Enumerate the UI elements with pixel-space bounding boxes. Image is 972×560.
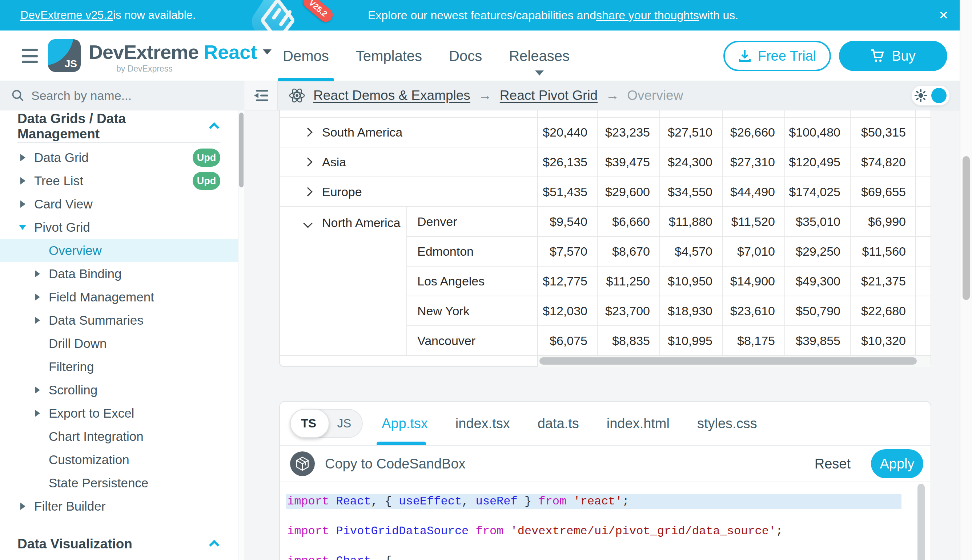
sidebar-item-customization[interactable]: Customization [0, 448, 238, 472]
code-token [329, 554, 336, 560]
codesandbox-icon[interactable] [290, 452, 315, 476]
main-content: South America$20,440$23,235$27,510$26,66… [245, 110, 960, 560]
sidebar-item-data-binding[interactable]: Data Binding [0, 262, 238, 285]
section-data-visualization[interactable]: Data Visualization [0, 528, 238, 560]
breadcrumb-demos-link[interactable]: React Demos & Examples [313, 88, 470, 103]
pivot-city-los-angeles: Los Angeles [407, 267, 537, 296]
nav-docs[interactable]: Docs [449, 30, 482, 82]
sidebar-item-pivot-grid[interactable]: Pivot Grid [0, 216, 238, 239]
code-scrollbar-thumb[interactable] [917, 484, 925, 560]
pivot-row-north-america[interactable]: North America [280, 207, 407, 356]
code-editor[interactable]: import React, { useEffect, useRef } from… [280, 482, 930, 560]
triangle-down-icon [19, 225, 26, 230]
toggle-ts[interactable]: TS [291, 410, 326, 437]
banner-version-link[interactable]: DevExtreme v25.2 [20, 9, 113, 22]
nav-templates[interactable]: Templates [356, 30, 422, 82]
sidebar-item-tree-list[interactable]: Tree ListUpd [0, 169, 238, 192]
nav-releases[interactable]: Releases [509, 30, 570, 82]
pivot-clipped-cell [850, 110, 915, 118]
buy-button[interactable]: Buy [839, 41, 947, 71]
copy-to-codesandbox-label[interactable]: Copy to CodeSandBox [325, 456, 466, 472]
sidebar-item-label: Filtering [49, 360, 94, 374]
chevron-down-icon[interactable] [303, 218, 312, 228]
tab-index-html[interactable]: index.html [607, 416, 669, 432]
pivot-value-cell: $11,560 [850, 237, 915, 267]
reset-button[interactable]: Reset [815, 456, 851, 472]
devextreme-js-logo[interactable]: JS [48, 39, 81, 72]
hamburger-menu-icon[interactable] [22, 49, 38, 63]
tab-data-ts[interactable]: data.ts [538, 416, 579, 432]
pivot-value-cell: $44,490 [722, 177, 785, 207]
tab-styles-css[interactable]: styles.css [697, 416, 757, 432]
pivot-value-cell: $29,600 [597, 177, 659, 207]
sidebar-item-filter-builder[interactable]: Filter Builder [0, 495, 238, 518]
sidebar-item-overview[interactable]: Overview [0, 239, 238, 262]
pivot-hscrollbar[interactable] [537, 356, 930, 367]
theme-toggle-knob[interactable] [931, 88, 947, 103]
nav-demos[interactable]: Demos [283, 30, 329, 82]
chevron-down-icon[interactable] [263, 49, 271, 55]
sidebar-item-chart-integration[interactable]: Chart Integration [0, 425, 238, 448]
pivot-value-cell: $6,660 [597, 207, 659, 237]
pivot-clipped-cell [722, 110, 785, 118]
section-data-grids[interactable]: Data Grids / Data Management [0, 110, 238, 142]
chevron-right-icon[interactable] [303, 127, 312, 137]
chevron-right-icon[interactable] [303, 157, 312, 166]
sun-icon [915, 89, 927, 102]
sidebar-item-scrolling[interactable]: Scrolling [0, 378, 238, 402]
pivot-row-asia[interactable]: Asia [280, 147, 537, 177]
logo-js-text: JS [65, 58, 77, 70]
code-token [468, 524, 475, 538]
pivot-value-cell: $9,540 [537, 207, 597, 237]
sidebar-scrollbar-thumb[interactable] [239, 113, 244, 187]
pivot-row-south-america[interactable]: South America [280, 118, 537, 147]
sidebar-item-data-summaries[interactable]: Data Summaries [0, 309, 238, 332]
triangle-right-icon [35, 270, 40, 277]
sidebar-item-field-management[interactable]: Field Management [0, 285, 238, 309]
language-toggle[interactable]: TS JS [290, 409, 363, 438]
pivot-row-europe[interactable]: Europe [280, 177, 537, 207]
chevron-right-icon[interactable] [303, 187, 312, 196]
sidebar-item-data-grid[interactable]: Data GridUpd [0, 146, 238, 169]
sidebar-item-state-persistence[interactable]: State Persistence [0, 472, 238, 495]
pivot-value-cell: $4,570 [659, 237, 722, 267]
share-your-thoughts-link[interactable]: share your thoughts [596, 9, 699, 22]
sidebar-item-card-view[interactable]: Card View [0, 192, 238, 216]
pivot-scroll-gutter [915, 207, 930, 237]
code-token: useEffect [399, 495, 462, 508]
page: DevExtreme v25.2 is now available. V25.2… [0, 0, 972, 560]
breadcrumb: React Demos & Examples → React Pivot Gri… [289, 82, 683, 110]
sidebar-item-label: Chart Integration [49, 429, 144, 444]
page-scrollbar[interactable] [960, 0, 972, 560]
page-scrollbar-thumb[interactable] [962, 156, 970, 300]
pivot-grid-demo-card: South America$20,440$23,235$27,510$26,66… [279, 110, 931, 367]
search-input[interactable] [31, 88, 206, 103]
tab-app-tsx[interactable]: App.tsx [381, 416, 428, 432]
sidebar-item-label: Filter Builder [34, 499, 105, 513]
brand-title[interactable]: DevExtremeReact [89, 41, 271, 63]
updated-badge: Upd [192, 148, 220, 167]
pivot-value-cell: $26,135 [537, 147, 597, 177]
tab-index-tsx[interactable]: index.tsx [455, 416, 510, 432]
collapse-sidebar-button[interactable] [245, 82, 278, 110]
pivot-grid: South America$20,440$23,235$27,510$26,66… [280, 110, 930, 367]
theme-toggle[interactable] [911, 85, 950, 106]
banner-message-post: with us. [699, 9, 738, 22]
sidebar-scrollbar[interactable] [238, 110, 244, 560]
sidebar-item-filtering[interactable]: Filtering [0, 355, 238, 378]
apply-button[interactable]: Apply [871, 449, 923, 478]
pivot-value-cell: $69,655 [850, 177, 915, 207]
sidebar-item-label: Export to Excel [49, 406, 134, 420]
pivot-city-new-york: New York [407, 296, 537, 326]
banner-close-icon[interactable]: ✕ [928, 0, 960, 30]
code-token: ; [622, 495, 629, 508]
pivot-hscrollbar-thumb[interactable] [539, 357, 917, 365]
pivot-value-cell: $7,010 [722, 237, 785, 267]
toggle-js[interactable]: JS [326, 410, 362, 437]
sidebar-item-drill-down[interactable]: Drill Down [0, 332, 238, 355]
free-trial-button[interactable]: Free Trial [723, 41, 831, 71]
sidebar-item-export-to-excel[interactable]: Export to Excel [0, 402, 238, 425]
breadcrumb-pivot-grid-link[interactable]: React Pivot Grid [500, 88, 597, 103]
triangle-right-icon [20, 177, 25, 185]
main-nav: Demos Templates Docs Releases [283, 30, 570, 82]
